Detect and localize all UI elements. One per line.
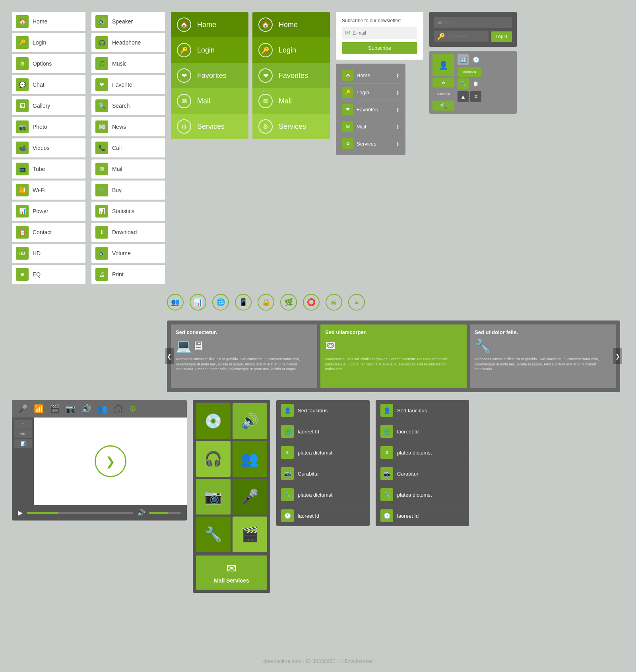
menu-item-power[interactable]: 📊 Power bbox=[12, 202, 85, 221]
mobile-menu-favorites[interactable]: ❤ Favorites ❯ bbox=[339, 101, 402, 118]
app-calc-tile[interactable]: 🔢 bbox=[458, 54, 469, 65]
panel2-mail[interactable]: ✉ Mail bbox=[252, 88, 330, 114]
panel2-home[interactable]: 🏠 Home bbox=[252, 12, 330, 37]
menu-item-music[interactable]: 🎵 Music bbox=[91, 54, 165, 73]
panel1-favorites[interactable]: ❤ Favorites bbox=[171, 63, 248, 88]
tile-disc[interactable]: 💿 bbox=[196, 403, 231, 439]
headphone-toolbar-icon[interactable]: 🎧 bbox=[113, 404, 123, 414]
menu-item-photo[interactable]: 📷 Photo bbox=[12, 117, 85, 136]
menu-item-login[interactable]: 🔑 Login bbox=[12, 33, 85, 52]
mic-toolbar-icon[interactable]: 🎤 bbox=[18, 404, 28, 414]
list-item-2-4[interactable]: 📷 Curabitur bbox=[376, 463, 469, 484]
menu-item-wifi[interactable]: 📶 Wi-Fi bbox=[12, 181, 85, 200]
panel1-mail[interactable]: ✉ Mail bbox=[171, 88, 248, 114]
list-item-2-3[interactable]: 3 platea dictumst bbox=[376, 442, 469, 463]
app-up-tile[interactable]: ▲ bbox=[458, 91, 469, 102]
menu-item-download[interactable]: ⬇ Download bbox=[91, 223, 165, 242]
mobile-menu-services[interactable]: ⚙ Services ❯ bbox=[339, 135, 402, 152]
login-button[interactable]: Login bbox=[491, 31, 512, 42]
panel2-favorites[interactable]: ❤ Favorites bbox=[252, 63, 330, 88]
menu-item-print[interactable]: 🖨 Print bbox=[91, 265, 165, 284]
email-input[interactable] bbox=[353, 30, 414, 36]
mobile-menu-login[interactable]: 🔑 Login ❯ bbox=[339, 84, 402, 101]
lock-circle-icon[interactable]: 🔒 bbox=[258, 294, 274, 311]
menu-item-eq[interactable]: ≡ EQ bbox=[12, 265, 85, 284]
list-item-1-4[interactable]: 📷 Curabitur bbox=[276, 463, 370, 484]
circle-icon[interactable]: ⭕ bbox=[303, 294, 320, 311]
menu-item-contact[interactable]: 📋 Contact bbox=[12, 223, 85, 242]
tile-headphone[interactable]: 🎧 bbox=[196, 441, 231, 477]
progress-bar[interactable] bbox=[27, 512, 133, 514]
menu-item-hd[interactable]: HD HD bbox=[12, 244, 85, 263]
tile-wrench[interactable]: 🔧 bbox=[196, 517, 231, 552]
leaf-circle-icon[interactable]: 🌿 bbox=[280, 294, 297, 311]
carousel-next-button[interactable]: ❯ bbox=[613, 348, 622, 364]
panel2-login[interactable]: 🔑 Login bbox=[252, 37, 330, 63]
panel2-services[interactable]: ⚙ Services bbox=[252, 114, 330, 139]
menu-item-options[interactable]: ⚙ Options bbox=[12, 54, 85, 73]
menu-item-statistics[interactable]: 📊 Statistics bbox=[91, 202, 165, 221]
panel1-home[interactable]: 🏠 Home bbox=[171, 12, 248, 37]
mobile-menu-mail[interactable]: ✉ Mail ❯ bbox=[339, 118, 402, 135]
tile-people[interactable]: 👥 bbox=[233, 441, 267, 477]
people-circle-icon[interactable]: 👥 bbox=[167, 294, 184, 311]
list-item-1-1[interactable]: 👤 Sed faucibus bbox=[276, 400, 370, 421]
menu-item-speaker[interactable]: 🔊 Speaker bbox=[91, 12, 165, 31]
tile-film[interactable]: 🎬 bbox=[233, 517, 267, 552]
menu-item-headphone[interactable]: 🎧 Headphone bbox=[91, 33, 165, 52]
volume-control-icon[interactable]: 🔊 bbox=[137, 509, 145, 517]
menu-item-mail[interactable]: ✉ Mail bbox=[91, 159, 165, 179]
globe-circle-icon[interactable]: 🌐 bbox=[212, 294, 229, 311]
menu-item-search[interactable]: 🔍 Search bbox=[91, 96, 165, 115]
mobile-circle-icon[interactable]: 📱 bbox=[235, 294, 252, 311]
play-control-icon[interactable]: ▶ bbox=[18, 509, 23, 517]
app-tile-home-small[interactable]: 🏠 bbox=[432, 78, 454, 87]
app-wrench-tile[interactable]: 🔧 bbox=[458, 78, 469, 89]
menu-item-call[interactable]: 📞 Call bbox=[91, 138, 165, 157]
speaker-toolbar-icon[interactable]: 🔊 bbox=[81, 404, 91, 414]
menu-item-chat[interactable]: 💬 Chat bbox=[12, 75, 85, 94]
people-toolbar-icon[interactable]: 👥 bbox=[97, 404, 107, 414]
sidebar-menu-icon[interactable]: ≡ bbox=[14, 420, 32, 429]
password-input[interactable] bbox=[448, 34, 485, 39]
list-item-1-5[interactable]: 🔧 platea dictumst bbox=[276, 484, 370, 505]
wifi-toolbar-icon[interactable]: 📶 bbox=[34, 404, 44, 414]
menu-item-volume[interactable]: 🔉 Volume bbox=[91, 244, 165, 263]
app-trash-tile[interactable]: 🗑 bbox=[470, 78, 481, 89]
app-tile-search[interactable]: 🔍 bbox=[432, 101, 454, 111]
list-item-2-2[interactable]: 🌐 laoreet Id bbox=[376, 421, 469, 442]
menu-item-favorite[interactable]: ❤ Favorite bbox=[91, 75, 165, 94]
menu-item-tube[interactable]: 📺 Tube bbox=[12, 159, 85, 179]
panel1-login[interactable]: 🔑 Login bbox=[171, 37, 248, 63]
chart-circle-icon[interactable]: 📊 bbox=[190, 294, 206, 311]
list-circle-icon[interactable]: ≡ bbox=[348, 294, 365, 311]
user-input[interactable] bbox=[445, 20, 509, 25]
app-tile-person[interactable]: 👤 bbox=[432, 54, 454, 76]
tile-camera[interactable]: 📷 bbox=[196, 479, 231, 515]
mobile-menu-home[interactable]: 🏠 Home ❯ bbox=[339, 67, 402, 84]
carousel-prev-button[interactable]: ❮ bbox=[165, 348, 174, 364]
panel1-services[interactable]: ⚙ Services bbox=[171, 114, 248, 139]
tile-speaker[interactable]: 🔊 bbox=[233, 403, 267, 439]
film-toolbar-icon[interactable]: 🎬 bbox=[50, 404, 60, 414]
list-item-2-6[interactable]: 🕐 laoreet Id bbox=[376, 505, 469, 526]
app-menu-tile[interactable]: ≡ bbox=[470, 91, 481, 102]
menu-item-videos[interactable]: 📹 Videos bbox=[12, 138, 85, 157]
camera-toolbar-icon[interactable]: 📷 bbox=[66, 404, 76, 414]
list-item-2-5[interactable]: 🔧 platea dictumst bbox=[376, 484, 469, 505]
printer-circle-icon[interactable]: 🖨 bbox=[326, 294, 342, 311]
menu-item-news[interactable]: 📰 News bbox=[91, 117, 165, 136]
list-item-1-3[interactable]: 3 platea dictumst bbox=[276, 442, 370, 463]
menu-item-home[interactable]: 🏠 Home bbox=[12, 12, 85, 31]
tile-mic[interactable]: 🎤 bbox=[233, 479, 267, 515]
play-button[interactable]: ❯ bbox=[95, 445, 126, 477]
volume-bar[interactable] bbox=[149, 512, 181, 514]
list-item-1-2[interactable]: 🌐 laoreet Id bbox=[276, 421, 370, 442]
subscribe-button[interactable]: Subscribe bbox=[342, 42, 417, 54]
app-clock-tile[interactable]: 🕐 bbox=[470, 54, 481, 65]
sidebar-chart-icon[interactable]: 📊 bbox=[14, 439, 32, 448]
sidebar-hd-icon[interactable]: HD bbox=[14, 429, 32, 438]
settings-toolbar-icon[interactable]: ⚙ bbox=[129, 404, 136, 414]
list-item-2-1[interactable]: 👤 Sed faucibus bbox=[376, 400, 469, 421]
menu-item-buy[interactable]: 🛒 Buy bbox=[91, 181, 165, 200]
